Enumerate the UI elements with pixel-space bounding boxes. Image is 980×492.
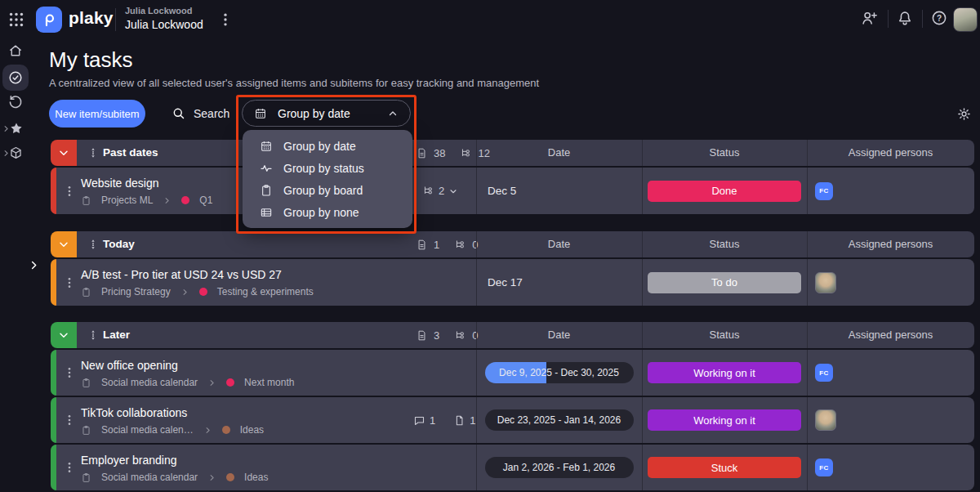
task-row-employer-branding[interactable]: Employer branding Social media calendar … — [51, 445, 974, 490]
status-badge[interactable]: Working on it — [648, 362, 801, 383]
workspace-menu-kebab-icon[interactable] — [217, 11, 234, 28]
apps-grid-icon[interactable] — [7, 11, 25, 29]
task-row-ab-test[interactable]: A/B test - Pro tier at USD 24 vs USD 27 … — [51, 259, 974, 306]
favorites-star-icon[interactable] — [9, 121, 24, 136]
board-name[interactable]: Projects ML — [101, 195, 153, 206]
group-header-body: Later 3 0 Date Status Assigned persons — [77, 322, 974, 348]
row-menu-kebab-icon[interactable] — [63, 185, 76, 198]
task-board-line[interactable]: Social media calen… Ideas — [81, 424, 264, 436]
column-header-date[interactable]: Date — [476, 140, 642, 166]
help-icon[interactable] — [930, 9, 948, 27]
drag-handle-icon[interactable] — [87, 329, 100, 342]
status-cell[interactable]: To do — [642, 259, 807, 306]
board-name[interactable]: Social media calendar — [101, 472, 198, 483]
column-header-status[interactable]: Status — [642, 231, 807, 257]
assigned-cell[interactable]: FC — [807, 445, 974, 490]
board-name[interactable]: Social media calen… — [101, 424, 194, 436]
expand-panel-chevron-icon[interactable] — [28, 259, 40, 271]
date-cell[interactable]: Dec 5 — [476, 168, 642, 214]
status-badge[interactable]: To do — [648, 272, 801, 293]
group-collapse-button[interactable] — [51, 231, 77, 257]
status-badge[interactable]: Stuck — [648, 457, 801, 478]
board-name[interactable]: Social media calendar — [101, 377, 198, 388]
column-header-assigned[interactable]: Assigned persons — [807, 322, 974, 348]
date-cell[interactable]: Jan 2, 2026 - Feb 1, 2026 — [476, 445, 642, 490]
board-group-name[interactable]: Q1 — [199, 195, 212, 206]
task-board-line[interactable]: Projects ML Q1 — [81, 195, 212, 206]
column-header-status[interactable]: Status — [642, 322, 807, 348]
row-menu-kebab-icon[interactable] — [63, 414, 76, 427]
menu-item-group-by-date[interactable]: Group by date — [243, 135, 412, 157]
task-board-line[interactable]: Pricing Strategy Testing & experiments — [81, 286, 314, 297]
column-header-date[interactable]: Date — [476, 231, 642, 257]
column-header-assigned[interactable]: Assigned persons — [807, 140, 974, 166]
user-avatar-photo[interactable] — [953, 7, 978, 32]
invite-user-icon[interactable] — [860, 9, 878, 27]
task-row-website-design[interactable]: Website design Projects ML Q1 2 Dec 5 Do… — [51, 168, 974, 214]
task-title[interactable]: New office opening — [81, 359, 178, 372]
status-badge[interactable]: Working on it — [648, 409, 801, 431]
history-icon[interactable] — [7, 94, 24, 110]
date-range-pill[interactable]: Dec 9, 2025 - Dec 30, 2025 — [485, 362, 634, 383]
search-control[interactable]: Search — [172, 100, 229, 127]
date-cell[interactable]: Dec 23, 2025 - Jan 14, 2026 — [476, 397, 642, 443]
menu-item-group-by-status[interactable]: Group by status — [243, 157, 412, 179]
date-range-pill[interactable]: Dec 23, 2025 - Jan 14, 2026 — [485, 409, 634, 431]
group-collapse-button[interactable] — [51, 322, 77, 348]
subitems-expander[interactable]: 2 — [422, 168, 458, 214]
board-group-name[interactable]: Ideas — [244, 472, 268, 483]
status-cell[interactable]: Done — [642, 168, 807, 214]
home-icon[interactable] — [7, 42, 24, 59]
row-indicators[interactable]: 1 1 — [413, 397, 475, 443]
row-menu-kebab-icon[interactable] — [63, 276, 76, 289]
assigned-cell[interactable]: FC — [807, 350, 974, 396]
status-cell[interactable]: Working on it — [642, 350, 807, 396]
board-group-name[interactable]: Next month — [244, 377, 294, 388]
task-row-new-office[interactable]: New office opening Social media calendar… — [51, 350, 974, 396]
sidebar-item-my-tasks[interactable] — [2, 65, 29, 91]
row-menu-kebab-icon[interactable] — [63, 366, 76, 379]
status-badge[interactable]: Done — [648, 181, 801, 202]
board-group-name[interactable]: Ideas — [240, 424, 264, 436]
row-group-color-bar — [51, 168, 56, 214]
drag-handle-icon[interactable] — [87, 146, 100, 159]
drag-handle-icon[interactable] — [87, 238, 100, 251]
group-by-dropdown-button[interactable]: Group by date — [242, 100, 411, 127]
menu-item-group-by-board[interactable]: Group by board — [243, 179, 412, 201]
column-header-date[interactable]: Date — [476, 322, 642, 348]
assigned-cell[interactable] — [807, 397, 974, 443]
board-name[interactable]: Pricing Strategy — [101, 286, 171, 297]
date-cell[interactable]: Dec 17 — [476, 259, 642, 306]
items-count: 38 — [434, 147, 445, 159]
date-cell[interactable]: Dec 9, 2025 - Dec 30, 2025 — [476, 350, 642, 396]
task-board-line[interactable]: Social media calendar Ideas — [81, 472, 268, 483]
workspace-name[interactable]: Julia Lockwood — [125, 18, 203, 31]
assignee-avatar-photo[interactable] — [815, 272, 836, 293]
task-title[interactable]: Employer branding — [81, 454, 177, 467]
assignee-avatar-initials[interactable]: FC — [815, 458, 833, 476]
task-row-tiktok[interactable]: TikTok collaborations Social media calen… — [51, 397, 974, 443]
assignee-avatar-initials[interactable]: FC — [815, 182, 833, 200]
assignee-avatar-photo[interactable] — [815, 409, 836, 431]
notifications-bell-icon[interactable] — [896, 9, 914, 27]
status-cell[interactable]: Working on it — [642, 397, 807, 443]
row-menu-kebab-icon[interactable] — [63, 461, 76, 474]
task-title[interactable]: TikTok collaborations — [81, 406, 187, 419]
task-title[interactable]: A/B test - Pro tier at USD 24 vs USD 27 — [81, 268, 282, 281]
settings-gear-icon[interactable] — [956, 106, 972, 122]
board-group-name[interactable]: Testing & experiments — [217, 286, 314, 297]
plaky-logo[interactable] — [36, 7, 62, 33]
date-range-pill[interactable]: Jan 2, 2026 - Feb 1, 2026 — [485, 457, 634, 478]
column-header-assigned[interactable]: Assigned persons — [807, 231, 974, 257]
assignee-avatar-initials[interactable]: FC — [815, 364, 833, 382]
group-collapse-button[interactable] — [51, 140, 77, 166]
column-header-status[interactable]: Status — [642, 140, 807, 166]
task-board-line[interactable]: Social media calendar Next month — [81, 377, 294, 388]
assigned-cell[interactable] — [807, 259, 974, 306]
boards-cube-icon[interactable] — [8, 145, 24, 161]
status-cell[interactable]: Stuck — [642, 445, 807, 490]
menu-item-group-by-none[interactable]: Group by none — [243, 201, 412, 223]
assigned-cell[interactable]: FC — [807, 168, 974, 214]
new-item-button[interactable]: New item/subitem — [49, 100, 145, 127]
task-title[interactable]: Website design — [81, 177, 158, 190]
